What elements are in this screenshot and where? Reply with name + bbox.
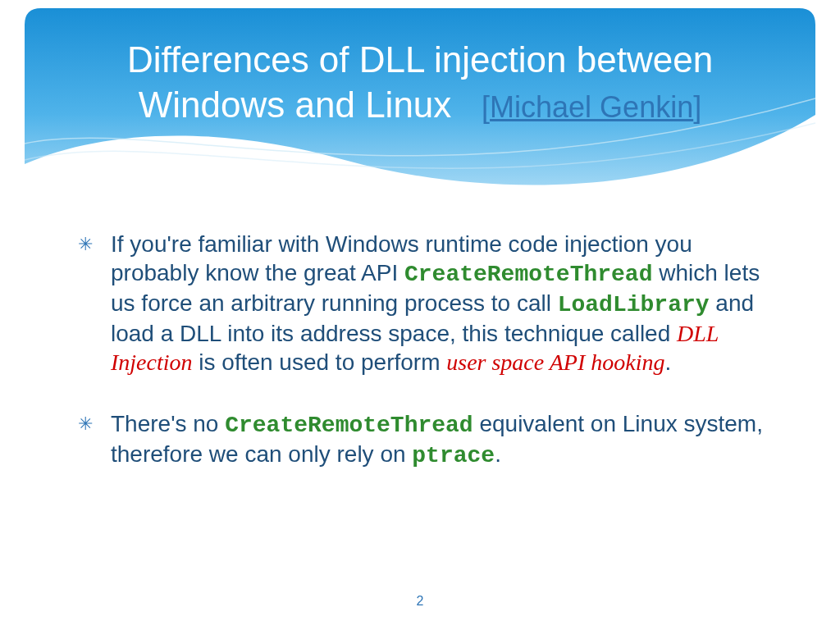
- bullet-star-icon: ✳: [78, 413, 93, 436]
- bullet-text: There's no CreateRemoteThread equivalent…: [111, 411, 763, 467]
- author-bracket-open: [: [482, 90, 490, 124]
- slide-body: ✳If you're familiar with Windows runtime…: [78, 230, 767, 503]
- text-span: is often used to perform: [193, 349, 447, 375]
- page-number: 2: [0, 594, 840, 609]
- code-span: CreateRemoteThread: [404, 262, 652, 287]
- author-bracket-close: ]: [693, 90, 701, 124]
- bullet-item: ✳There's no CreateRemoteThread equivalen…: [78, 409, 767, 470]
- author-link[interactable]: Michael Genkin: [490, 90, 693, 124]
- slide-title: Differences of DLL injection between Win…: [0, 37, 840, 127]
- title-line-2: Windows and Linux: [139, 84, 452, 125]
- code-span: CreateRemoteThread: [225, 413, 472, 438]
- code-span: LoadLibrary: [558, 292, 710, 317]
- text-span: .: [495, 441, 501, 467]
- title-line-1: Differences of DLL injection between: [127, 39, 713, 80]
- text-span: There's no: [111, 411, 225, 436]
- bullet-item: ✳If you're familiar with Windows runtime…: [78, 230, 767, 377]
- code-span: ptrace: [412, 443, 495, 468]
- bullet-text: If you're familiar with Windows runtime …: [111, 231, 760, 375]
- bullet-star-icon: ✳: [78, 233, 93, 256]
- emphasis-span: user space API hooking: [446, 349, 664, 375]
- slide-header: Differences of DLL injection between Win…: [0, 0, 840, 205]
- text-span: .: [664, 349, 671, 375]
